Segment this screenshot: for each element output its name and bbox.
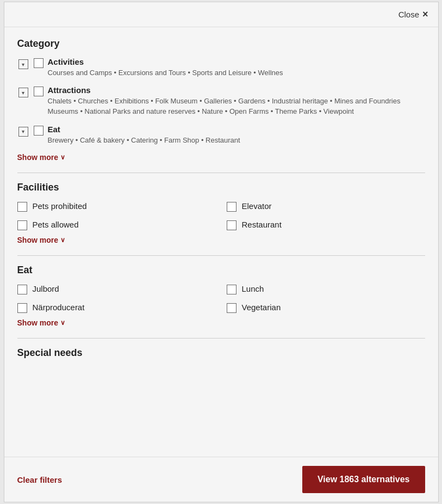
chevron-down-icon: ∨ xyxy=(60,153,65,161)
special-needs-section: Special needs xyxy=(17,347,425,359)
julbord-checkbox[interactable] xyxy=(17,285,27,294)
restaurant-checkbox[interactable] xyxy=(227,220,236,230)
category-item-attractions: ▾ Attractions Chalets • Churches • Exhib… xyxy=(17,85,425,116)
eat-grid: Julbord Lunch Närproducerat Vegetarian xyxy=(17,284,425,313)
vegetarian-label: Vegetarian xyxy=(242,303,281,312)
facilities-section: Facilities Pets prohibited Elevator Pets… xyxy=(17,182,425,244)
attractions-sub: Chalets • Churches • Exhibitions • Folk … xyxy=(48,97,401,115)
category-show-more-label: Show more xyxy=(17,153,58,162)
category-title: Category xyxy=(17,38,425,50)
eat-filter-section: Eat Julbord Lunch Närproducerat Vegetari… xyxy=(17,265,425,327)
eat-text: Eat Brewery • Café & bakery • Catering •… xyxy=(48,125,425,145)
pets-allowed-label: Pets allowed xyxy=(33,220,79,229)
chevron-down-icon: ∨ xyxy=(60,319,65,327)
view-alternatives-button[interactable]: View 1863 alternatives xyxy=(302,466,425,493)
facilities-show-more-label: Show more xyxy=(17,236,58,244)
filter-modal: Close × Category ▾ Activities Courses an… xyxy=(4,2,439,502)
activities-checkbox[interactable] xyxy=(34,58,43,68)
facilities-grid: Pets prohibited Elevator Pets allowed Re… xyxy=(17,201,425,230)
divider-2 xyxy=(17,255,425,256)
modal-body: Category ▾ Activities Courses and Camps … xyxy=(4,27,438,457)
divider-1 xyxy=(17,173,425,173)
category-section: Category ▾ Activities Courses and Camps … xyxy=(17,38,425,162)
facility-item-vegetarian: Vegetarian xyxy=(227,302,425,313)
vegetarian-checkbox[interactable] xyxy=(227,303,236,313)
facility-item-narproducerat: Närproducerat xyxy=(17,302,216,313)
close-label: Close xyxy=(399,10,419,19)
special-needs-title: Special needs xyxy=(17,347,425,359)
facilities-show-more-button[interactable]: Show more ∨ xyxy=(17,236,65,244)
facility-item-elevator: Elevator xyxy=(227,201,425,212)
lunch-label: Lunch xyxy=(242,284,264,293)
facility-item-pets-prohibited: Pets prohibited xyxy=(17,201,216,212)
attractions-checkbox[interactable] xyxy=(34,87,43,96)
close-button[interactable]: Close × xyxy=(399,9,428,20)
chevron-down-icon: ▾ xyxy=(18,127,28,137)
eat-name: Eat xyxy=(48,125,425,134)
pets-prohibited-checkbox[interactable] xyxy=(17,202,27,212)
modal-footer: Clear filters View 1863 alternatives xyxy=(4,457,438,502)
activities-name: Activities xyxy=(48,57,425,66)
restaurant-label: Restaurant xyxy=(242,220,282,229)
elevator-label: Elevator xyxy=(242,201,272,211)
category-item-eat: ▾ Eat Brewery • Café & bakery • Catering… xyxy=(17,125,425,145)
modal-header: Close × xyxy=(4,2,438,27)
eat-checkbox[interactable] xyxy=(34,126,43,136)
elevator-checkbox[interactable] xyxy=(227,202,236,212)
chevron-down-icon: ▾ xyxy=(18,88,28,97)
attractions-chevron-button[interactable]: ▾ xyxy=(17,87,29,99)
pets-allowed-checkbox[interactable] xyxy=(17,220,27,230)
divider-3 xyxy=(17,338,425,339)
attractions-name: Attractions xyxy=(48,85,425,95)
category-show-more-button[interactable]: Show more ∨ xyxy=(17,153,65,162)
narproducerat-checkbox[interactable] xyxy=(17,303,27,313)
eat-sub: Brewery • Café & bakery • Catering • Far… xyxy=(48,136,240,144)
close-icon: × xyxy=(422,9,428,20)
facility-item-pets-allowed: Pets allowed xyxy=(17,219,216,230)
julbord-label: Julbord xyxy=(33,284,59,293)
eat-show-more-button[interactable]: Show more ∨ xyxy=(17,318,65,327)
clear-filters-button[interactable]: Clear filters xyxy=(17,475,63,484)
eat-filter-title: Eat xyxy=(17,265,425,276)
narproducerat-label: Närproducerat xyxy=(33,303,85,312)
category-item-activities: ▾ Activities Courses and Camps • Excursi… xyxy=(17,57,425,78)
activities-sub: Courses and Camps • Excursions and Tours… xyxy=(48,69,283,77)
facility-item-julbord: Julbord xyxy=(17,284,216,294)
pets-prohibited-label: Pets prohibited xyxy=(33,201,87,211)
attractions-text: Attractions Chalets • Churches • Exhibit… xyxy=(48,85,425,116)
eat-chevron-button[interactable]: ▾ xyxy=(17,126,29,138)
lunch-checkbox[interactable] xyxy=(227,285,236,294)
facility-item-restaurant: Restaurant xyxy=(227,219,425,230)
chevron-down-icon: ▾ xyxy=(18,59,28,69)
chevron-down-icon: ∨ xyxy=(60,236,65,244)
activities-text: Activities Courses and Camps • Excursion… xyxy=(48,57,425,78)
activities-chevron-button[interactable]: ▾ xyxy=(17,58,29,70)
eat-show-more-label: Show more xyxy=(17,318,58,327)
facilities-title: Facilities xyxy=(17,182,425,193)
facility-item-lunch: Lunch xyxy=(227,284,425,294)
